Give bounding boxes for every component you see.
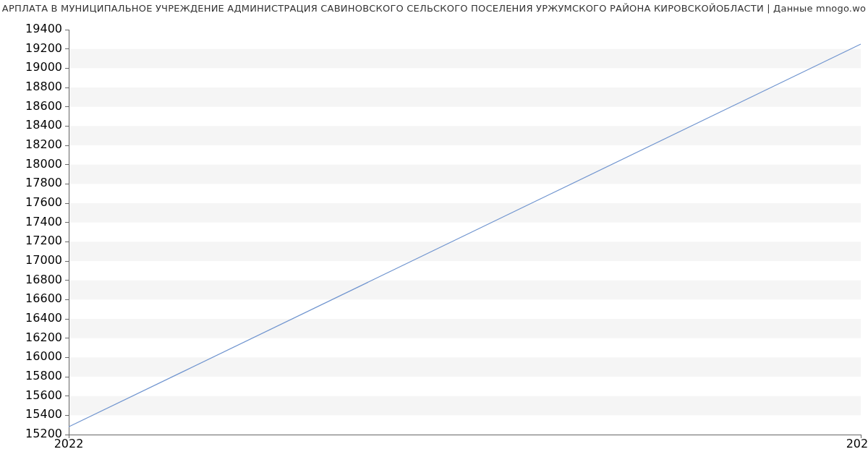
y-tick-label: 17000 — [25, 253, 62, 267]
y-tick-label: 19200 — [25, 41, 62, 55]
y-tick-label: 18000 — [25, 157, 62, 171]
y-tick-label: 17200 — [25, 234, 62, 247]
y-tick-label: 18600 — [25, 99, 62, 113]
y-tick-label: 15400 — [25, 407, 62, 421]
x-tick-label: 2024 — [846, 437, 868, 450]
grid-band — [69, 49, 861, 69]
x-tick-label: 2022 — [54, 437, 84, 450]
grid-band — [69, 319, 861, 338]
grid-band — [69, 281, 861, 300]
y-tick-label: 16200 — [25, 330, 62, 344]
grid-band — [69, 87, 861, 107]
y-tick-label: 16800 — [25, 273, 62, 286]
y-tick-label: 16400 — [25, 311, 62, 325]
chart-title: АРПЛАТА В МУНИЦИПАЛЬНОЕ УЧРЕЖДЕНИЕ АДМИН… — [0, 0, 868, 14]
y-tick-label: 15600 — [25, 388, 62, 402]
grid-band — [69, 126, 861, 145]
y-tick-label: 16600 — [25, 291, 62, 305]
chart-container: 1520015400156001580016000162001640016600… — [0, 14, 868, 462]
y-tick-label: 15800 — [25, 369, 62, 383]
grid-band — [69, 165, 861, 184]
chart-svg: 1520015400156001580016000162001640016600… — [0, 14, 868, 462]
y-tick-label: 19400 — [25, 22, 62, 35]
y-tick-label: 17400 — [25, 215, 62, 228]
y-tick-label: 17800 — [25, 176, 62, 189]
y-tick-label: 19000 — [25, 60, 62, 74]
y-tick-label: 18800 — [25, 80, 62, 93]
y-tick-label: 16000 — [25, 349, 62, 363]
y-tick-label: 17600 — [25, 195, 62, 209]
grid-band — [69, 203, 861, 223]
grid-band — [69, 396, 861, 416]
y-tick-label: 18200 — [25, 137, 62, 151]
grid-band — [69, 242, 861, 261]
grid-band — [69, 357, 861, 377]
y-tick-label: 18400 — [25, 118, 62, 132]
